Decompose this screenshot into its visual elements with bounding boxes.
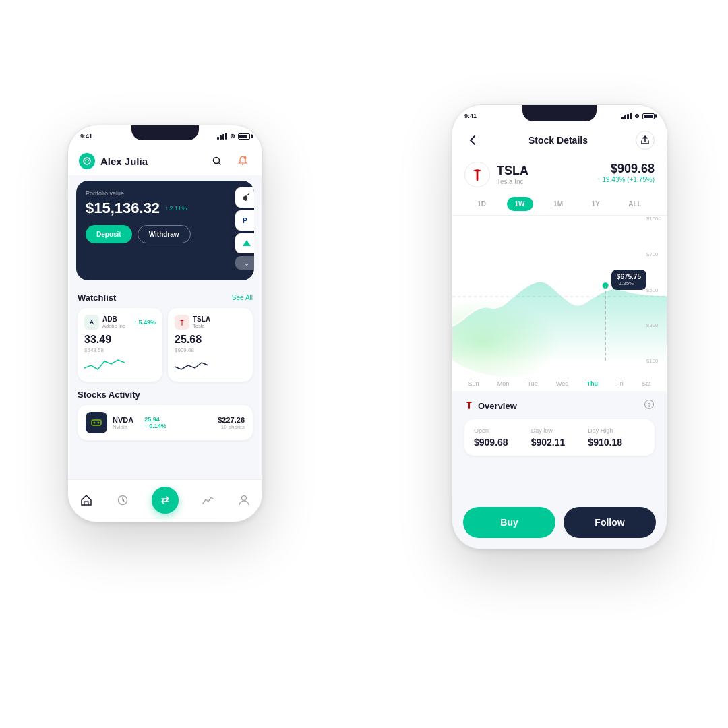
svg-point-11 [242,496,247,501]
portfolio-card: Portfolio value $15,136.32 ↑ 2.11% Depos… [76,181,254,280]
wl-sub-adb: $643.58 [84,347,156,353]
notch-right [522,105,597,121]
header-left: Alex Julia [79,153,148,169]
tab-all[interactable]: ALL [620,197,649,211]
nvidia-icon [90,417,102,429]
x-label-thu: Thu [586,380,598,387]
notification-button[interactable] [234,152,251,170]
overview-header: Overview ? [464,399,655,413]
nav-home[interactable] [79,493,94,508]
nav-profile[interactable] [237,493,251,508]
nav-chart[interactable] [200,493,215,508]
activity-card[interactable]: NVDA Nvidia 25.94 ↑ 0.14% $227.26 10 sha… [78,405,253,440]
svg-text:P: P [243,217,247,224]
profile-svg [238,494,250,506]
tab-1w[interactable]: 1W [507,197,533,211]
x-label-sun: Sun [468,380,479,387]
share-icon [640,135,650,145]
wl-price-tsla: 25.68 [175,334,246,346]
watchlist-card-tsla[interactable]: TSLA Tesla 25.68 $909.68 [168,308,253,382]
chart-y-labels: $1000 $700 $500 $300 $100 [646,216,661,364]
wl-top-adb: A ADB Adobe Inc ↑ 5.49% [84,315,156,330]
nvda-change-price: 25.94 [144,416,166,423]
buy-button[interactable]: Buy [463,507,555,538]
card-strip: P ⌄ [235,187,254,270]
overview-title: Overview [478,401,517,411]
x-label-sat: Sat [642,380,651,387]
svg-point-7 [94,422,96,424]
mini-chart-tsla [175,353,215,373]
withdraw-button[interactable]: Withdraw [138,225,191,243]
portfolio-change: ↑ 2.11% [165,205,187,212]
wl-info-adb: ADB Adobe Inc [102,315,125,329]
back-icon [469,135,476,146]
search-button[interactable] [208,152,226,170]
svg-point-2 [242,164,243,165]
activity-section: Stocks Activity NVDA Nv [68,386,262,446]
follow-button[interactable]: Follow [564,507,656,538]
card-apple [235,187,254,208]
transfer-active-bubble [152,487,179,514]
tesla-small-icon [464,401,474,411]
tab-1d[interactable]: 1D [469,197,494,211]
watchlist-see-all[interactable]: See All [232,294,253,301]
nvda-shares: 10 shares [218,424,245,430]
right-header: Stock Details [452,124,667,155]
wl-left-tsla: TSLA Tesla [175,315,210,330]
home-icon [79,493,94,508]
svg-rect-6 [92,420,101,425]
app-logo [79,153,95,169]
x-label-wed: Wed [556,380,568,387]
portfolio-buttons: Deposit Withdraw [86,225,245,243]
nav-transfer[interactable] [152,487,179,514]
right-content: Stock Details [452,124,667,549]
y-label-1000: $1000 [646,216,661,222]
status-icons-right: ⊜ [621,113,655,119]
stock-right: $909.68 ↑ 19.43% (+1.75%) [597,162,655,183]
watchlist-section: Watchlist See All A ADB Adobe Inc [68,286,262,386]
y-label-500: $500 [646,287,661,293]
daylow-value: $902.11 [531,437,588,448]
back-button[interactable] [464,132,481,148]
wl-ticker-tsla: TSLA [193,315,210,323]
header-icons [208,152,251,170]
wl-info-tsla: TSLA Tesla [193,315,210,329]
chart-svg [202,494,214,506]
wl-change-adb: ↑ 5.49% [133,319,156,326]
y-label-300: $300 [646,322,661,328]
nvda-ticker: NVDA [113,416,133,424]
wl-icon-adb: A [84,315,99,330]
portfolio-change-arrow: ↑ [165,205,169,212]
tab-1m[interactable]: 1M [545,197,571,211]
watchlist-header: Watchlist See All [78,293,253,303]
tooltip-change: -0.25% [617,280,641,286]
nav-history[interactable] [115,493,130,508]
deposit-button[interactable]: Deposit [86,225,132,243]
bell-icon [237,156,248,166]
wl-price-adb: 33.49 [84,334,156,346]
stock-left: TSLA Tesla Inc [464,162,528,187]
share-button[interactable] [636,131,655,150]
nvda-icon [86,412,107,433]
watchlist-card-adb[interactable]: A ADB Adobe Inc ↑ 5.49% 33.49 $643.58 [78,308,162,382]
watchlist-grid: A ADB Adobe Inc ↑ 5.49% 33.49 $643.58 [78,308,253,382]
wl-ticker-adb: ADB [102,315,125,323]
wifi-icon-right: ⊜ [634,113,640,119]
phone-left: 9:41 ⊜ [67,125,263,522]
portfolio-label: Portfolio value [86,190,245,197]
tesla-t-icon [178,318,186,326]
svg-point-3 [244,156,247,159]
search-icon [212,156,222,166]
stock-price: $909.68 [597,162,655,176]
action-buttons: Buy Follow [452,497,667,549]
nvda-change-pct: ↑ 0.14% [144,423,166,429]
y-label-700: $700 [646,251,661,257]
portfolio-change-pct: 2.11% [170,205,187,212]
wl-name-tsla: Tesla [193,323,210,329]
x-label-fri: Fri [616,380,624,387]
overview-help-icon: ? [644,399,655,413]
stock-fullname: Tesla Inc [497,178,528,185]
activity-title: Stocks Activity [78,390,140,400]
tab-1y[interactable]: 1Y [584,197,608,211]
mini-chart-adb [84,353,125,373]
